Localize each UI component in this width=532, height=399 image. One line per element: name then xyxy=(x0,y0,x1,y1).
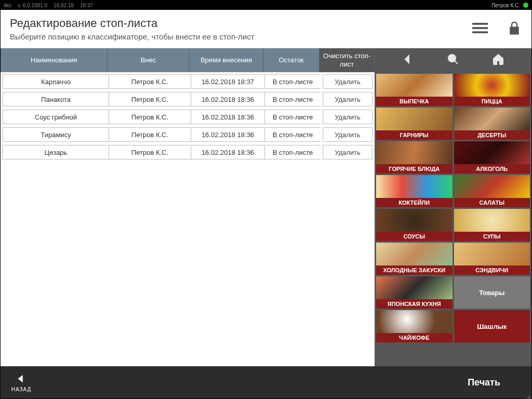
category-image xyxy=(376,276,453,299)
cell-user: Петров К.С. xyxy=(109,110,191,124)
system-topbar: iiko v. 6.0.1081.0 16.02.18 18:37 Петров… xyxy=(1,1,531,10)
category-tile[interactable]: ЯПОНСКАЯ КУХНЯ xyxy=(376,276,453,309)
category-tile[interactable]: ВЫПЕЧКА xyxy=(376,74,453,106)
home-icon[interactable] xyxy=(492,53,504,68)
menu-icon[interactable] xyxy=(472,20,488,38)
page-title: Редактирование стоп-листа xyxy=(10,17,255,30)
cell-time: 16.02.2018 18:36 xyxy=(191,145,264,159)
category-label: ГАРНИРЫ xyxy=(376,130,453,140)
cell-time: 16.02.2018 18:37 xyxy=(191,74,264,89)
svg-point-6 xyxy=(528,397,529,398)
cell-name: Карпаччо xyxy=(3,74,109,89)
cell-user: Петров К.С. xyxy=(109,92,191,107)
category-label: ЯПОНСКАЯ КУХНЯ xyxy=(376,299,453,309)
svg-rect-0 xyxy=(472,23,488,25)
category-image xyxy=(376,74,453,97)
category-tile[interactable]: Товары xyxy=(454,276,530,309)
cell-user: Петров К.С. xyxy=(109,127,191,142)
svg-point-5 xyxy=(529,397,530,398)
category-tile[interactable]: ПИЦЦА xyxy=(454,74,530,106)
category-label: СЭНДВИЧИ xyxy=(454,265,530,275)
cell-status: В стоп-листе xyxy=(264,92,321,107)
category-image xyxy=(454,175,530,198)
cell-user: Петров К.С. xyxy=(109,145,191,159)
print-button[interactable]: Печать xyxy=(468,377,531,388)
delete-button[interactable]: Удалить xyxy=(323,92,373,107)
category-label: ВЫПЕЧКА xyxy=(376,97,453,106)
delete-button[interactable]: Удалить xyxy=(323,145,373,159)
cell-name: Панакота xyxy=(3,92,109,107)
category-tile[interactable]: КОКТЕЙЛИ xyxy=(376,175,453,207)
delete-button[interactable]: Удалить xyxy=(323,127,373,142)
category-label: ДЕСЕРТЫ xyxy=(454,130,530,140)
back-label: НАЗАД xyxy=(11,387,32,392)
resize-grip-icon[interactable] xyxy=(526,393,531,398)
category-image xyxy=(376,243,453,265)
category-image xyxy=(454,108,530,130)
back-button[interactable]: НАЗАД xyxy=(1,373,42,392)
search-icon[interactable] xyxy=(447,53,459,68)
category-image xyxy=(454,74,530,97)
delete-button[interactable]: Удалить xyxy=(323,110,373,124)
cell-time: 16.02.2018 18:36 xyxy=(191,110,264,124)
category-image xyxy=(376,141,453,164)
category-image xyxy=(376,175,453,198)
category-tile[interactable]: СУПЫ xyxy=(454,209,530,241)
category-label: ХОЛОДНЫЕ ЗАКУСКИ xyxy=(376,265,453,275)
svg-point-4 xyxy=(529,395,530,396)
app-name: iiko xyxy=(4,3,11,8)
current-user: Петров К.С. xyxy=(491,3,520,8)
cell-status: В стоп-листе xyxy=(264,127,321,142)
cell-status: В стоп-листе xyxy=(264,74,321,89)
back-arrow-icon[interactable] xyxy=(402,53,414,68)
category-label: ПИЦЦА xyxy=(454,97,530,106)
category-tile[interactable]: АЛКОГОЛЬ xyxy=(454,141,530,174)
category-tile[interactable]: ГОРЯЧИЕ БЛЮДА xyxy=(376,141,453,174)
category-image xyxy=(454,243,530,265)
category-tile[interactable]: ХОЛОДНЫЕ ЗАКУСКИ xyxy=(376,243,453,275)
category-image xyxy=(376,209,453,232)
page-subtitle: Выберите позицию в классификаторе, чтобы… xyxy=(10,32,255,41)
category-tile[interactable]: Шашлык xyxy=(454,310,530,342)
category-tile[interactable]: СЭНДВИЧИ xyxy=(454,243,530,275)
cell-name: Соус грибной xyxy=(3,110,109,124)
category-label: АЛКОГОЛЬ xyxy=(454,164,530,174)
category-label: ЧАЙ/КОФЕ xyxy=(376,333,453,342)
category-label: СОУСЫ xyxy=(376,232,453,241)
table-row[interactable]: ЦезарьПетров К.С.16.02.2018 18:36В стоп-… xyxy=(3,145,373,159)
footer-bar: НАЗАД Печать xyxy=(1,366,531,398)
category-image xyxy=(454,141,530,164)
cell-status: В стоп-листе xyxy=(264,110,321,124)
col-name[interactable]: Наименование xyxy=(1,48,108,72)
lock-icon[interactable] xyxy=(507,20,522,38)
status-dot-icon xyxy=(523,3,528,8)
cell-name: Цезарь xyxy=(3,145,109,159)
category-tile[interactable]: САЛАТЫ xyxy=(454,175,530,207)
page-header: Редактирование стоп-листа Выберите позиц… xyxy=(1,10,531,48)
col-user[interactable]: Внес xyxy=(108,48,190,72)
category-image xyxy=(454,209,530,232)
col-status[interactable]: Остаток xyxy=(263,48,320,72)
table-row[interactable]: ПанакотаПетров К.С.16.02.2018 18:36В сто… xyxy=(3,92,373,107)
category-tile[interactable]: ДЕСЕРТЫ xyxy=(454,108,530,140)
system-time: 18:37 xyxy=(80,3,93,8)
category-tile[interactable]: СОУСЫ xyxy=(376,209,453,241)
category-image xyxy=(376,310,453,333)
category-label: СУПЫ xyxy=(454,232,530,241)
col-time[interactable]: Время внесения xyxy=(190,48,263,72)
svg-rect-2 xyxy=(472,31,488,33)
table-row[interactable]: КарпаччоПетров К.С.16.02.2018 18:37В сто… xyxy=(3,74,373,89)
cell-status: В стоп-листе xyxy=(264,145,321,159)
category-tile[interactable]: ГАРНИРЫ xyxy=(376,108,453,140)
category-panel: ВЫПЕЧКАПИЦЦАГАРНИРЫДЕСЕРТЫГОРЯЧИЕ БЛЮДАА… xyxy=(375,48,531,366)
table-row[interactable]: Соус грибнойПетров К.С.16.02.2018 18:36В… xyxy=(3,110,373,124)
category-label: КОКТЕЙЛИ xyxy=(376,198,453,207)
category-tile[interactable]: ЧАЙ/КОФЕ xyxy=(376,310,453,342)
system-date: 16.02.18 xyxy=(54,3,74,8)
cell-time: 16.02.2018 18:36 xyxy=(191,127,264,142)
delete-button[interactable]: Удалить xyxy=(323,74,373,89)
table-row[interactable]: ТирамисуПетров К.С.16.02.2018 18:36В сто… xyxy=(3,127,373,142)
clear-stoplist-button[interactable]: Очистить стоп-лист xyxy=(320,48,375,72)
category-label: САЛАТЫ xyxy=(454,198,530,207)
cell-name: Тирамису xyxy=(3,127,109,142)
